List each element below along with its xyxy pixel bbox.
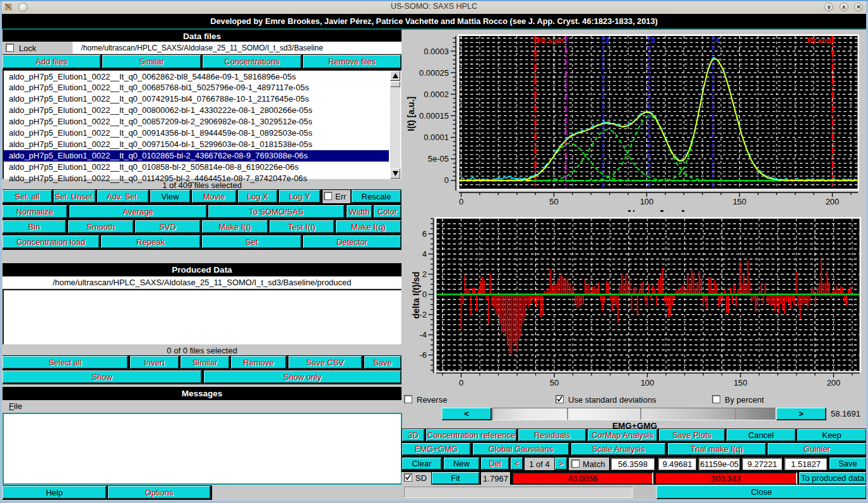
svg-text:3: 3 [651,37,655,44]
svg-text:100: 100 [640,197,654,206]
svg-text:Fit start: Fit start [537,37,564,44]
svg-text:I(t) [a.u.]: I(t) [a.u.] [406,97,416,131]
svg-text:2: 2 [605,37,609,44]
svg-text:5e-05: 5e-05 [428,154,449,163]
svg-text:0: 0 [444,175,449,185]
svg-text:6: 6 [422,229,427,239]
svg-text:100: 100 [641,378,655,388]
svg-text:0: 0 [459,197,463,206]
svg-text:-4: -4 [419,330,427,340]
svg-text:200: 200 [826,197,840,206]
svg-text:2: 2 [422,269,427,279]
svg-text:delta I(t)/sd: delta I(t)/sd [411,271,421,319]
svg-text:4: 4 [715,37,720,44]
svg-text:0.0001: 0.0001 [424,133,449,142]
svg-text:150: 150 [734,378,747,388]
svg-text:4: 4 [422,249,427,259]
svg-text:-6: -6 [419,350,427,360]
svg-text:0: 0 [422,290,427,299]
svg-text:0.00025: 0.00025 [419,68,449,78]
svg-text:200: 200 [827,378,841,388]
svg-text:Fit end: Fit end [807,37,831,44]
svg-text:0.0002: 0.0002 [424,90,449,99]
svg-text:150: 150 [733,197,747,206]
svg-text:0.00015: 0.00015 [419,111,449,121]
svg-text:0: 0 [459,378,463,388]
svg-text:50: 50 [550,378,559,388]
svg-text:0.0003: 0.0003 [424,47,449,56]
svg-text:50: 50 [549,197,558,206]
